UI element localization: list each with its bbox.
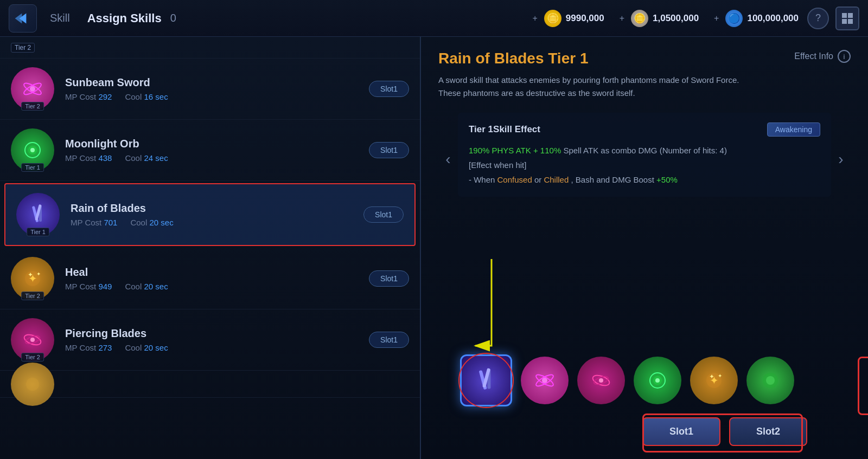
chilled-text: Chilled [544, 175, 569, 184]
effect-info-icon: i [838, 50, 851, 63]
rainblades-info: Rain of Blades MP Cost 701 Cool 20 sec [71, 202, 363, 227]
moonlight-name: Moonlight Orb [65, 138, 369, 150]
confused-text: Confused [497, 175, 532, 184]
skill-nav-label[interactable]: Skill [50, 12, 70, 24]
effect-line3-pre: - When [469, 175, 497, 184]
back-button[interactable] [9, 4, 37, 33]
boost-text: +50% [656, 175, 678, 184]
heal-icon-wrap: ✦ ✦ ✦ Tier 2 [11, 257, 54, 300]
skill-item-sunbeam[interactable]: Tier 2 Sunbeam Sword MP Cost 292 Cool 16… [0, 59, 420, 120]
gold-plus: + [532, 14, 537, 23]
piercing-mp-label: MP Cost 273 [65, 343, 112, 352]
moonlight-cool: 24 sec [144, 153, 168, 163]
thumb-piercing[interactable] [577, 357, 625, 404]
prev-arrow[interactable]: ‹ [438, 146, 458, 172]
slot2-button[interactable]: Slot2 [729, 417, 807, 446]
svg-text:✦: ✦ [718, 373, 722, 379]
svg-point-28 [542, 378, 547, 383]
top-navigation: Skill Assign Skills 0 + 🪙 9990,000 + 🪙 1… [0, 0, 868, 37]
silver-icon: 🪙 [631, 10, 648, 27]
detail-title: Rain of Blades Tier 1 [438, 50, 588, 67]
effect-info-label: Effect Info [794, 51, 833, 61]
svg-point-31 [599, 378, 603, 383]
piercing-info: Piercing Blades MP Cost 273 Cool 20 sec [65, 327, 369, 352]
detail-description: A sword skill that attacks enemies by po… [438, 74, 753, 100]
help-button[interactable]: ? [807, 8, 829, 29]
effect-line1-rest: Spell ATK as combo DMG (Number of hits: … [563, 146, 727, 155]
piercing-name: Piercing Blades [65, 327, 369, 340]
sunbeam-cool-label: Cool 16 sec [125, 92, 168, 101]
heal-slot-btn[interactable]: Slot1 [369, 270, 409, 287]
thumb-rainblades[interactable] [460, 354, 512, 406]
tier2-badge: Tier 2 [11, 43, 35, 53]
effect-section: ‹ Tier 1Skill Effect Awakening 190% PHYS… [438, 113, 851, 205]
rainblades-slot-btn[interactable]: Slot1 [363, 206, 404, 223]
rainblades-mp-label: MP Cost 701 [71, 218, 117, 227]
svg-marker-1 [15, 13, 22, 23]
sunbeam-mp-label: MP Cost 292 [65, 92, 112, 101]
effect-text: 190% PHYS ATK + 110% Spell ATK as combo … [469, 143, 820, 187]
thumb-other[interactable] [746, 357, 794, 404]
skill-detail-panel: Rain of Blades Tier 1 Effect Info i A sw… [421, 37, 868, 459]
effect-phys-atk: 190% PHYS ATK + 110% [469, 146, 561, 155]
rainblades-name: Rain of Blades [71, 202, 363, 215]
next-arrow[interactable]: › [831, 146, 851, 172]
moonlight-cool-label: Cool 24 sec [125, 153, 168, 163]
svg-rect-25 [482, 368, 490, 387]
thumb-heal[interactable]: ✦ ✦ ✦ [690, 357, 738, 404]
effect-title: Tier 1Skill Effect [469, 124, 540, 135]
skill-item-rainblades[interactable]: Tier 1 Rain of Blades MP Cost 701 Cool 2… [4, 183, 416, 246]
effect-line3-post: , Bash and DMG Boost [571, 175, 656, 184]
rainblades-cool-label: Cool 20 sec [130, 218, 173, 227]
silver-currency: + 🪙 1,0500,000 [620, 10, 699, 27]
svg-rect-4 [842, 19, 847, 24]
svg-point-8 [30, 86, 35, 92]
gold-amount: 9990,000 [566, 13, 604, 24]
effect-header: Tier 1Skill Effect Awakening [469, 122, 820, 137]
svg-point-40 [766, 376, 775, 385]
piercing-icon-wrap: Tier 2 [11, 318, 54, 361]
heal-name: Heal [65, 266, 369, 279]
effect-line2: [Effect when hit] [469, 158, 820, 172]
svg-rect-23 [479, 370, 487, 390]
skill-item-partial[interactable] [0, 371, 420, 398]
rainblades-stats: MP Cost 701 Cool 20 sec [71, 218, 363, 227]
slot1-button[interactable]: Slot1 [642, 417, 720, 446]
piercing-slot-btn[interactable]: Slot1 [369, 332, 409, 348]
moonlight-info: Moonlight Orb MP Cost 438 Cool 24 sec [65, 138, 369, 163]
blue-plus: + [714, 14, 719, 23]
skill-list-panel: Tier 2 Tier 2 Sunbeam Sword MP Cost 292 [0, 37, 420, 459]
piercing-stats: MP Cost 273 Cool 20 sec [65, 343, 369, 352]
effect-line3-or: or [534, 175, 544, 184]
blue-currency: + 🔵 100,000,000 [714, 10, 799, 27]
svg-text:✦: ✦ [709, 373, 714, 380]
main-content: Tier 2 Tier 2 Sunbeam Sword MP Cost 292 [0, 37, 868, 459]
awakening-badge[interactable]: Awakening [767, 122, 820, 137]
moonlight-mp-label: MP Cost 438 [65, 153, 112, 163]
thumb-sunbeam[interactable] [521, 357, 569, 404]
gold-icon: 🪙 [544, 10, 561, 27]
bottom-section: ✦ ✦ ✦ Slot1 Slot2 [438, 346, 851, 446]
moonlight-stats: MP Cost 438 Cool 24 sec [65, 153, 369, 163]
svg-point-21 [30, 338, 35, 342]
tier2-partial-item[interactable]: Tier 2 [0, 37, 420, 59]
sunbeam-tier-badge: Tier 2 [21, 102, 44, 111]
sunbeam-cool: 16 sec [144, 92, 168, 101]
thumb-moonlight[interactable] [634, 357, 681, 404]
effect-info-button[interactable]: Effect Info i [794, 50, 851, 63]
assign-skills-label: Assign Skills [87, 11, 162, 25]
partial-skill-icon [11, 363, 54, 406]
svg-rect-24 [487, 370, 490, 389]
moonlight-mp: 438 [98, 153, 112, 163]
exit-button[interactable] [835, 7, 859, 30]
heal-cool-label: Cool 20 sec [125, 282, 168, 291]
heal-info: Heal MP Cost 949 Cool 20 sec [65, 266, 369, 291]
sunbeam-slot-btn[interactable]: Slot1 [369, 81, 409, 97]
skill-item-heal[interactable]: ✦ ✦ ✦ Tier 2 Heal MP Cost 949 Cool 20 se… [0, 248, 420, 309]
heal-tier-badge: Tier 2 [21, 292, 44, 300]
piercing-cool-label: Cool 20 sec [125, 343, 168, 352]
piercing-cool: 20 sec [144, 343, 168, 352]
skill-item-piercing[interactable]: Tier 2 Piercing Blades MP Cost 273 Cool … [0, 309, 420, 371]
skill-item-moonlight[interactable]: Tier 1 Moonlight Orb MP Cost 438 Cool 24… [0, 120, 420, 181]
moonlight-slot-btn[interactable]: Slot1 [369, 142, 409, 158]
